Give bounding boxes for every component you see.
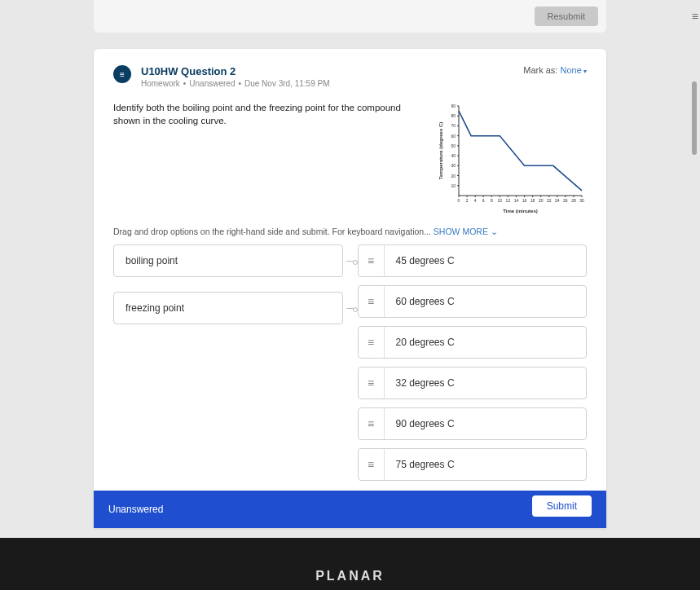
scrollbar-thumb[interactable]	[692, 81, 697, 155]
connector-icon	[346, 261, 354, 262]
draggable-option[interactable]: ≡32 degrees C	[358, 367, 588, 399]
target-label: boiling point	[113, 244, 343, 277]
drag-handle-icon[interactable]: ≡	[359, 245, 385, 276]
submit-button[interactable]: Submit	[532, 495, 592, 517]
previous-question-footer: Resubmit	[94, 0, 606, 33]
drag-handle-icon[interactable]: ≡	[359, 449, 385, 480]
connector-icon	[346, 308, 354, 309]
svg-text:8: 8	[491, 198, 493, 203]
option-label: 32 degrees C	[385, 377, 466, 389]
svg-text:30: 30	[579, 198, 584, 203]
svg-text:40: 40	[451, 153, 456, 158]
svg-text:70: 70	[451, 123, 456, 128]
svg-text:90: 90	[451, 103, 456, 108]
drag-instruction: Drag and drop options on the right-hand …	[113, 227, 587, 236]
svg-text:80: 80	[451, 113, 456, 118]
svg-text:Temperature (degrees C): Temperature (degrees C)	[438, 122, 443, 180]
question-footer: Unanswered Submit	[94, 491, 606, 528]
question-prompt: Identify both the boiling point and the …	[113, 101, 420, 215]
cooling-curve-chart: 1020304050607080900246810121416182022242…	[436, 101, 587, 215]
drop-target[interactable]: freezing point	[113, 292, 343, 324]
question-subtitle: Homework•Unanswered•Due Nov 3rd, 11:59 P…	[141, 79, 329, 88]
show-more-link[interactable]: SHOW MORE	[434, 227, 498, 236]
svg-text:14: 14	[514, 198, 519, 203]
drag-handle-icon[interactable]: ≡	[359, 286, 385, 317]
svg-text:2: 2	[466, 198, 469, 203]
draggable-option[interactable]: ≡60 degrees C	[358, 285, 588, 318]
svg-text:10: 10	[498, 198, 503, 203]
svg-text:20: 20	[539, 198, 544, 203]
option-label: 75 degrees C	[385, 459, 466, 470]
drag-handle-icon[interactable]: ≡	[359, 368, 385, 398]
svg-text:26: 26	[563, 198, 568, 203]
draggable-option[interactable]: ≡20 degrees C	[358, 326, 588, 359]
svg-text:28: 28	[571, 198, 576, 203]
svg-text:10: 10	[451, 183, 456, 188]
question-title: U10HW Question 2	[141, 65, 329, 77]
option-label: 45 degrees C	[385, 255, 466, 266]
svg-text:0: 0	[458, 198, 460, 203]
footer-status: Unanswered	[108, 504, 163, 515]
option-label: 20 degrees C	[385, 337, 466, 348]
svg-text:24: 24	[555, 198, 560, 203]
mark-as-control[interactable]: Mark as: None	[523, 65, 587, 75]
question-card: ≡ U10HW Question 2 Homework•Unanswered•D…	[94, 49, 606, 528]
svg-text:6: 6	[482, 198, 485, 203]
option-label: 60 degrees C	[385, 296, 466, 307]
svg-text:60: 60	[451, 134, 456, 139]
draggable-option[interactable]: ≡75 degrees C	[358, 448, 588, 481]
question-type-icon: ≡	[113, 65, 131, 83]
drag-handle-icon[interactable]: ≡	[359, 408, 385, 439]
monitor-brand-label: PLANAR	[0, 569, 700, 583]
draggable-option[interactable]: ≡45 degrees C	[358, 244, 588, 277]
svg-text:Time (minutes): Time (minutes)	[503, 209, 538, 214]
svg-text:30: 30	[451, 163, 456, 168]
menu-icon[interactable]: ≡	[692, 10, 698, 23]
svg-text:16: 16	[522, 198, 527, 203]
target-label: freezing point	[113, 292, 343, 324]
draggable-option[interactable]: ≡90 degrees C	[358, 407, 588, 440]
svg-text:22: 22	[547, 198, 552, 203]
browser-side-icons: ≡	[692, 10, 698, 39]
drop-target[interactable]: boiling point	[113, 244, 343, 277]
drag-handle-icon[interactable]: ≡	[359, 327, 385, 358]
svg-text:18: 18	[531, 198, 535, 203]
svg-text:50: 50	[451, 143, 456, 148]
option-label: 90 degrees C	[385, 418, 466, 429]
resubmit-button[interactable]: Resubmit	[535, 7, 598, 26]
svg-text:20: 20	[451, 174, 456, 178]
svg-text:4: 4	[474, 198, 477, 203]
svg-text:12: 12	[506, 198, 511, 203]
